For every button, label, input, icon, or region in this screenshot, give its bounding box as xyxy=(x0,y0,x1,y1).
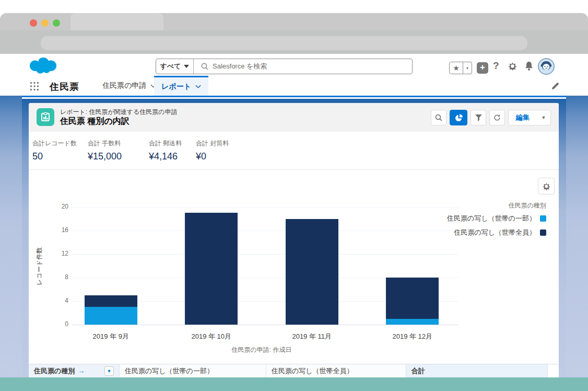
report-card: レポート: 住民票が関連する住民票の申請 住民票 種別の内訳 編集 ▼ 合計レコ… xyxy=(29,103,559,377)
toggle-chart-button[interactable] xyxy=(450,110,467,125)
legend-swatch xyxy=(540,215,546,222)
y-axis-title: レコード件数 xyxy=(35,235,44,298)
salesforce-logo xyxy=(29,58,56,75)
y-tick-label: 8 xyxy=(42,273,68,281)
x-axis-tick-label: 2019 年 12月 xyxy=(373,332,452,341)
metric-value: ¥15,000 xyxy=(88,151,122,162)
bar-segment[interactable] xyxy=(85,307,137,325)
global-header: すべて Salesforce を検索 ★ ▾ + ? xyxy=(22,54,566,76)
column-label: 住民票の写し（世帯全員） xyxy=(272,366,354,376)
y-tick-label: 4 xyxy=(42,297,68,304)
refresh-button[interactable] xyxy=(489,110,505,125)
y-tick-label: 20 xyxy=(42,203,68,210)
salesforce-page: すべて Salesforce を検索 ★ ▾ + ? xyxy=(22,54,566,382)
favorites-group: ★ ▾ xyxy=(449,62,472,74)
x-axis-tick-label: 2019 年 11月 xyxy=(273,332,351,341)
filter-button[interactable] xyxy=(471,110,486,125)
help-button[interactable]: ? xyxy=(493,60,499,72)
column-dropdown-button[interactable]: ▼ xyxy=(104,366,114,376)
edit-button-label: 編集 xyxy=(516,113,530,122)
metric-value: 50 xyxy=(32,151,77,162)
app-launcher-waffle-icon[interactable] xyxy=(30,82,39,91)
chevron-down-icon xyxy=(184,65,189,68)
metric-record-count: 合計レコード数 50 xyxy=(32,139,77,162)
metric-label: 合計 郵送料 xyxy=(149,139,182,148)
table-header-col-partial[interactable]: 住民票の写し（世帯の一部） xyxy=(119,364,266,377)
metric-label: 合計 手数料 xyxy=(88,139,122,148)
column-label: 住民票の写し（世帯の一部） xyxy=(125,366,214,376)
browser-tab[interactable] xyxy=(70,13,163,30)
x-axis-tick-label: 2019 年 9月 xyxy=(72,332,150,341)
metric-label: 合計レコード数 xyxy=(32,139,77,148)
legend-item[interactable]: 住民票の写し（世帯の一部） xyxy=(447,215,546,222)
edit-page-pencil-icon[interactable] xyxy=(551,82,559,90)
nav-tab-label: レポート xyxy=(161,82,191,91)
table-scrollbar-gutter xyxy=(547,364,559,377)
report-icon xyxy=(37,108,54,126)
app-name: 住民票 xyxy=(50,80,79,93)
bottom-teal-strip xyxy=(0,377,588,391)
report-search-button[interactable] xyxy=(431,110,446,125)
gridline xyxy=(72,231,458,231)
metric-value: ¥4,146 xyxy=(149,151,182,162)
bar-segment[interactable] xyxy=(286,219,338,325)
bar-segment[interactable] xyxy=(185,213,238,325)
gridline xyxy=(72,325,458,325)
table-header-col-total[interactable]: 合計 xyxy=(406,364,547,377)
nav-tab-reports[interactable]: レポート xyxy=(154,76,208,96)
legend-label: 住民票の写し（世帯の一部） xyxy=(447,214,536,223)
table-header-row-dimension[interactable]: 住民票の種別 → ▼ xyxy=(29,364,119,377)
favorites-list-button[interactable]: ▾ xyxy=(463,62,472,74)
metric-postage-total: 合計 郵送料 ¥4,146 xyxy=(149,139,182,162)
report-header: レポート: 住民票が関連する住民票の申請 住民票 種別の内訳 編集 ▼ xyxy=(29,103,559,132)
favorites-star-button[interactable]: ★ xyxy=(449,62,463,74)
edit-more-dropdown-button[interactable]: ▼ xyxy=(537,110,551,125)
close-window-button[interactable] xyxy=(30,19,37,27)
address-bar[interactable] xyxy=(41,36,527,50)
stacked-bar-chart: 0481216202019 年 9月2019 年 10月2019 年 11月20… xyxy=(29,170,559,364)
legend-title: 住民票の種別 xyxy=(509,201,546,210)
minimize-window-button[interactable] xyxy=(41,19,49,27)
notifications-bell-button[interactable] xyxy=(524,61,534,72)
metric-value: ¥0 xyxy=(196,151,229,162)
user-avatar[interactable] xyxy=(538,58,555,75)
search-scope-label: すべて xyxy=(160,62,181,71)
metric-envelope-total: 合計 封筒料 ¥0 xyxy=(196,139,229,162)
legend-swatch xyxy=(540,229,546,236)
row-dimension-label: 住民票の種別 xyxy=(34,366,75,376)
global-actions-button[interactable]: + xyxy=(477,62,488,74)
gridline xyxy=(72,207,458,208)
search-scope-dropdown[interactable]: すべて xyxy=(156,59,194,74)
bar-segment[interactable] xyxy=(386,278,439,319)
nav-tab-applications[interactable]: 住民票の申請 xyxy=(95,76,163,96)
chart-settings-button[interactable] xyxy=(538,178,555,194)
bar-segment[interactable] xyxy=(386,319,439,325)
y-tick-label: 16 xyxy=(42,226,68,234)
setup-gear-button[interactable] xyxy=(508,61,518,71)
search-placeholder: Salesforce を検索 xyxy=(213,62,267,71)
matrix-table-header: 住民票の種別 → ▼ 住民票の写し（世帯の一部） 住民票の写し（世帯全員） 合計 xyxy=(29,364,559,377)
browser-window-chrome xyxy=(0,13,588,54)
report-breadcrumb: レポート: 住民票が関連する住民票の申請 xyxy=(60,108,178,117)
bar-segment[interactable] xyxy=(85,295,137,307)
metric-fee-total: 合計 手数料 ¥15,000 xyxy=(88,139,122,162)
y-tick-label: 12 xyxy=(42,250,68,257)
table-header-col-all[interactable]: 住民票の写し（世帯全員） xyxy=(266,364,406,377)
x-axis-title: 住民票の申請: 作成日 xyxy=(61,346,463,354)
browser-toolbar xyxy=(0,30,588,54)
legend-item[interactable]: 住民票の写し（世帯全員） xyxy=(454,229,546,236)
y-tick-label: 0 xyxy=(42,320,68,328)
summary-metrics-row: 合計レコード数 50 合計 手数料 ¥15,000 合計 郵送料 ¥4,146 … xyxy=(29,132,559,170)
edit-button[interactable]: 編集 xyxy=(508,110,537,125)
report-title: 住民票 種別の内訳 xyxy=(60,116,130,127)
column-label: 合計 xyxy=(411,366,425,376)
app-navigation-bar: 住民票 住民票の申請 レポート xyxy=(22,76,566,97)
x-axis-tick-label: 2019 年 10月 xyxy=(172,332,251,341)
search-icon xyxy=(201,63,208,70)
legend-label: 住民票の写し（世帯全員） xyxy=(454,228,536,237)
chevron-down-icon xyxy=(195,85,201,88)
global-search[interactable]: すべて Salesforce を検索 xyxy=(156,59,413,74)
sort-arrow: → xyxy=(78,367,85,375)
nav-tab-label: 住民票の申請 xyxy=(102,81,146,90)
zoom-window-button[interactable] xyxy=(53,19,60,27)
